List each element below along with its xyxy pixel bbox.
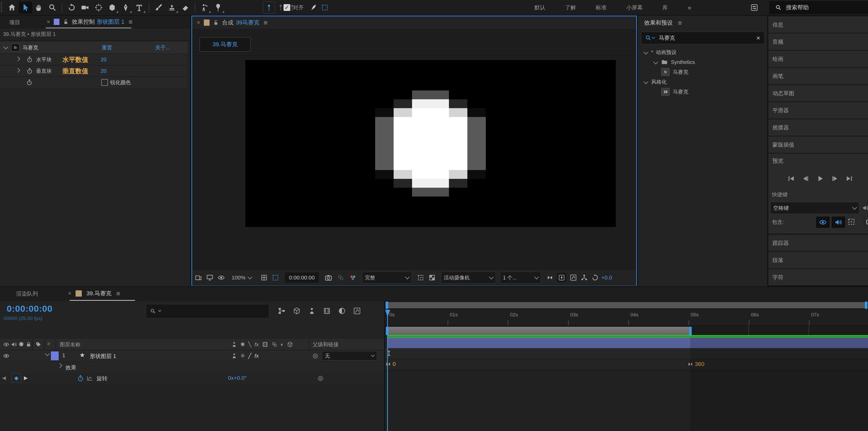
align-checkbox[interactable]: ✓ — [283, 4, 290, 11]
workspace-4[interactable]: 小屏幕 — [626, 4, 643, 11]
marquee-snap-icon[interactable] — [319, 2, 331, 13]
graph-editor-icon[interactable] — [353, 307, 361, 315]
mask-visibility-icon[interactable] — [218, 274, 225, 281]
threed-column-icon[interactable] — [287, 341, 293, 348]
type-tool[interactable] — [132, 2, 146, 13]
comp-flowchart-mini-icon[interactable] — [278, 307, 286, 315]
reset-exposure-icon[interactable] — [591, 274, 599, 281]
keyframe-icon[interactable] — [385, 361, 391, 367]
camera-view-select[interactable]: 活动摄像机 — [441, 271, 496, 284]
effects-presets-title[interactable]: 效果和预设 — [644, 19, 673, 27]
tree-expander-icon[interactable] — [653, 60, 658, 64]
clone-stamp-tool[interactable] — [165, 2, 179, 13]
tab-effect-controls[interactable]: × 效果控制 形状图层 1 ≡ — [47, 16, 132, 28]
frame-blend-column-icon[interactable] — [262, 341, 268, 348]
draft-3d-icon[interactable] — [293, 307, 301, 315]
next-keyframe-icon[interactable]: ▶ — [24, 375, 28, 381]
preset-tree-item[interactable]: 16马赛克 — [638, 87, 767, 97]
layer-collapse-switch[interactable]: ✱ — [241, 353, 245, 359]
layer-quality-switch[interactable]: ╱ — [248, 353, 252, 359]
prev-keyframe-icon[interactable]: ◀ — [2, 375, 6, 381]
help-search-box[interactable]: 搜索帮助 — [769, 1, 868, 14]
parent-pickwhip-icon[interactable]: ◎ — [313, 352, 318, 359]
preset-tree-item[interactable]: *动画预设 — [638, 47, 767, 57]
workspace-5[interactable]: 库 — [662, 4, 668, 11]
preview-title[interactable]: 预览 — [772, 157, 783, 165]
dock-panel-字符[interactable]: 字符 — [768, 268, 868, 285]
stopwatch-icon[interactable] — [26, 79, 33, 86]
preset-tree-item[interactable]: Synthetics — [638, 57, 767, 67]
dock-panel-摇摆器[interactable]: 摇摆器 — [768, 118, 868, 136]
navigator-start-handle[interactable] — [385, 301, 388, 309]
timeline-track-area[interactable]: 0s01s02s03s04s05s06s07s 0360 — [385, 301, 868, 431]
unlock-icon[interactable] — [63, 19, 69, 25]
workspace-3[interactable]: 标准 — [596, 4, 607, 11]
in-point-marker[interactable] — [385, 350, 392, 357]
clear-search-icon[interactable]: × — [756, 34, 760, 42]
parent-link-column-label[interactable]: 父级和链接 — [313, 341, 339, 348]
timeline-button-icon[interactable] — [570, 274, 577, 281]
next-frame-button[interactable] — [831, 175, 839, 182]
tree-expander-icon[interactable] — [643, 79, 648, 84]
dock-panel-信息[interactable]: 信息 — [768, 16, 868, 33]
tab-close-icon[interactable]: × — [68, 290, 71, 297]
adjustment-column-icon[interactable]: ◐ — [281, 341, 284, 348]
shortcut-select[interactable]: 空格键 — [770, 202, 859, 214]
unlock-icon[interactable] — [213, 20, 219, 26]
effects-search-value[interactable]: 马赛克 — [659, 34, 756, 41]
mask-feather-icon[interactable] — [308, 2, 319, 13]
property-value[interactable]: 20 — [101, 57, 106, 63]
work-area-bar[interactable] — [388, 327, 690, 335]
roto-brush-tool[interactable] — [198, 2, 211, 13]
layer-expander[interactable] — [45, 351, 50, 356]
layer-color-swatch[interactable] — [51, 351, 59, 360]
preset-tree-item[interactable]: 风格化 — [638, 77, 767, 87]
toolbar-drag-handle[interactable] — [1, 2, 2, 13]
row-expander-icon[interactable] — [15, 56, 20, 61]
effect-expander[interactable] — [3, 45, 8, 49]
mask-roi-icon[interactable] — [272, 274, 279, 281]
rotation-tool[interactable] — [65, 2, 79, 13]
effects-search-box[interactable]: 马赛克 × — [641, 32, 765, 44]
effects-expander[interactable] — [57, 363, 62, 368]
eraser-tool[interactable] — [179, 2, 192, 13]
hide-shy-layers-icon[interactable] — [308, 307, 316, 315]
roi-icon[interactable] — [417, 274, 424, 281]
comp-viewport[interactable] — [245, 60, 616, 227]
zoom-level-select[interactable]: 100% — [231, 275, 246, 281]
rotation-value[interactable]: 0x+0.0° — [228, 375, 247, 381]
effects-group-row[interactable]: 效果 — [0, 362, 384, 373]
sharp-colors-checkbox[interactable] — [101, 79, 108, 86]
panel-menu-icon[interactable]: ≡ — [264, 19, 268, 27]
stopwatch-icon[interactable] — [26, 67, 33, 74]
shy-column-icon[interactable] — [231, 341, 237, 348]
dock-panel-绘画[interactable]: 绘画 — [768, 50, 868, 67]
include-overlays-icon[interactable] — [847, 218, 856, 226]
zoom-tool[interactable] — [46, 2, 59, 13]
effect-reset-link[interactable]: 重置 — [102, 44, 112, 51]
pen-tool[interactable] — [119, 2, 132, 13]
time-ruler[interactable]: 0s01s02s03s04s05s06s07s — [385, 309, 868, 326]
camera-tool[interactable] — [79, 2, 92, 13]
home-tool[interactable] — [5, 2, 19, 13]
go-to-start-button[interactable] — [787, 175, 795, 182]
panel-menu-icon[interactable]: ≡ — [116, 290, 120, 298]
tab-timeline-comp[interactable]: × 39.马赛克 ≡ — [68, 287, 120, 300]
brush-tool[interactable] — [152, 2, 165, 13]
layer-shy-switch[interactable] — [231, 353, 237, 359]
effect-about-link[interactable]: 关于... — [155, 44, 170, 51]
view-count-select[interactable]: 1 个... — [500, 271, 541, 284]
search-options-chevron[interactable] — [158, 309, 161, 312]
include-audio-icon[interactable] — [832, 217, 845, 228]
work-area-end-handle[interactable] — [689, 327, 692, 335]
resolution-select[interactable]: 完整 — [362, 271, 412, 284]
quality-column-icon[interactable]: ╲ — [248, 341, 252, 348]
preset-tree-item[interactable]: fx马赛克 — [638, 67, 767, 77]
layer-row[interactable]: 1 ★ 形状图层 1 ✱╱fx ◎ 无 — [0, 350, 384, 362]
snapshot-views-icon[interactable] — [195, 274, 202, 281]
playhead-head[interactable] — [385, 310, 390, 317]
layer-name[interactable]: 形状图层 1 — [90, 352, 116, 360]
workspace-1[interactable]: 默认 — [534, 4, 545, 11]
time-navigator[interactable] — [385, 301, 868, 309]
tab-close-icon[interactable]: × — [197, 19, 200, 26]
